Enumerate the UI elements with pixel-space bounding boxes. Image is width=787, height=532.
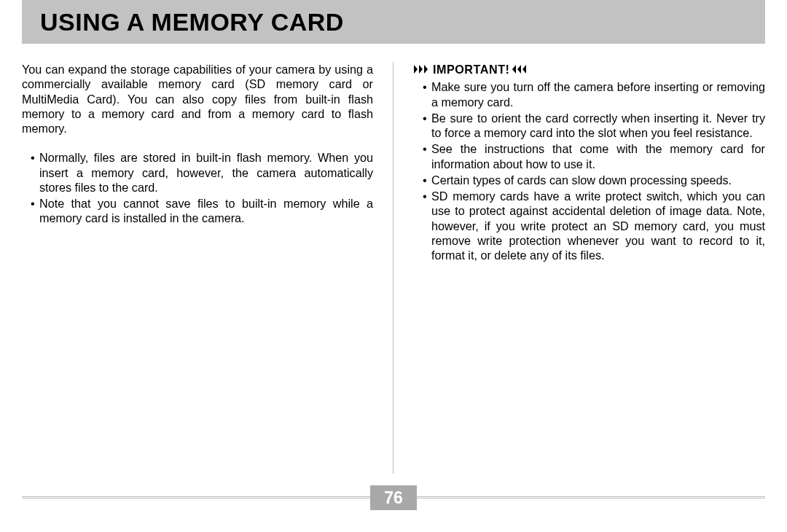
- right-column: IMPORTANT! Make sure you turn off the ca…: [414, 62, 765, 474]
- important-heading: IMPORTANT!: [414, 62, 765, 77]
- list-item: Note that you cannot save files to built…: [31, 196, 373, 226]
- important-left-icon: [414, 65, 430, 74]
- svg-marker-5: [522, 65, 526, 74]
- page-title: USING A MEMORY CARD: [22, 8, 344, 36]
- important-label: IMPORTANT!: [433, 62, 509, 77]
- list-item: See the instructions that come with the …: [423, 141, 765, 171]
- important-right-icon: [512, 65, 528, 74]
- list-item: Certain types of cards can slow down pro…: [423, 173, 765, 187]
- column-divider: [393, 62, 394, 474]
- svg-marker-0: [414, 65, 418, 74]
- intro-paragraph: You can expand the storage capabilities …: [22, 62, 373, 136]
- left-column: You can expand the storage capabilities …: [22, 62, 373, 474]
- title-band: USING A MEMORY CARD: [22, 0, 765, 44]
- list-item: Make sure you turn off the camera before…: [423, 79, 765, 109]
- important-bullet-list: Make sure you turn off the camera before…: [414, 79, 765, 262]
- left-bullet-list: Normally, files are stored in built-in f…: [22, 150, 373, 225]
- svg-marker-4: [517, 65, 521, 74]
- list-item: SD memory cards have a write protect swi…: [423, 189, 765, 262]
- svg-marker-3: [512, 65, 516, 74]
- svg-marker-2: [424, 65, 428, 74]
- page-number: 76: [370, 485, 417, 510]
- list-item: Be sure to orient the card correctly whe…: [423, 111, 765, 141]
- content-columns: You can expand the storage capabilities …: [22, 62, 765, 474]
- svg-marker-1: [419, 65, 423, 74]
- list-item: Normally, files are stored in built-in f…: [31, 150, 373, 195]
